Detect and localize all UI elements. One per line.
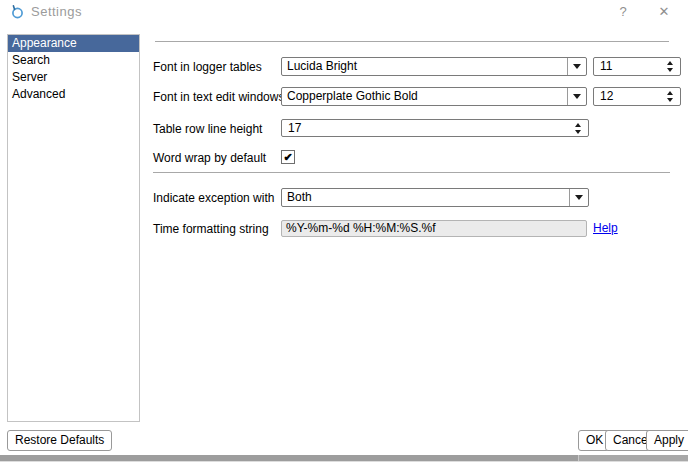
checkmark-icon: ✔ xyxy=(283,151,292,163)
font-logger-combo-value: Lucida Bright xyxy=(287,59,357,73)
time-format-help-link[interactable]: Help xyxy=(593,221,618,235)
row-height-stepper[interactable]: 17 xyxy=(281,119,589,137)
font-editor-label: Font in text edit windows xyxy=(153,90,284,104)
time-format-label: Time formatting string xyxy=(153,222,269,236)
font-editor-combo-value: Copperplate Gothic Bold xyxy=(287,89,418,103)
font-logger-label: Font in logger tables xyxy=(153,60,262,74)
spinner-arrows-icon[interactable] xyxy=(667,58,673,75)
exception-combo-value: Both xyxy=(287,190,312,204)
font-editor-size-stepper[interactable]: 12 xyxy=(593,87,681,106)
chevron-down-icon[interactable] xyxy=(567,88,586,105)
sidebar-item-appearance[interactable]: Appearance xyxy=(8,35,139,52)
settings-dialog: Settings ? ✕ Appearance Search Server Ad… xyxy=(0,0,688,462)
font-editor-combo[interactable]: Copperplate Gothic Bold xyxy=(281,87,587,106)
chevron-down-icon[interactable] xyxy=(567,58,586,75)
window-title: Settings xyxy=(31,4,82,19)
spinner-arrows-icon[interactable] xyxy=(667,88,673,105)
category-list: Appearance Search Server Advanced xyxy=(7,34,140,422)
font-logger-size-stepper[interactable]: 11 xyxy=(593,57,681,76)
help-icon[interactable]: ? xyxy=(612,2,634,22)
chevron-down-icon[interactable] xyxy=(569,189,588,206)
row-height-label: Table row line height xyxy=(153,122,262,136)
spinner-arrows-icon[interactable] xyxy=(575,120,581,136)
apply-button[interactable]: Apply xyxy=(646,430,688,451)
close-icon[interactable]: ✕ xyxy=(652,2,676,22)
sidebar-item-advanced[interactable]: Advanced xyxy=(8,86,139,103)
sidebar-item-server[interactable]: Server xyxy=(8,69,139,86)
exception-combo[interactable]: Both xyxy=(281,188,589,207)
top-separator xyxy=(155,41,669,42)
font-logger-size-value: 11 xyxy=(600,59,612,73)
sidebar-item-search[interactable]: Search xyxy=(8,52,139,69)
font-editor-size-value: 12 xyxy=(600,89,613,103)
time-format-field[interactable]: %Y-%m-%d %H:%M:%S.%f xyxy=(281,220,587,237)
font-logger-combo[interactable]: Lucida Bright xyxy=(281,57,587,76)
word-wrap-label: Word wrap by default xyxy=(153,151,266,165)
app-logo-icon xyxy=(10,4,25,20)
restore-defaults-button[interactable]: Restore Defaults xyxy=(7,430,112,451)
row-height-value: 17 xyxy=(288,121,301,135)
word-wrap-checkbox[interactable]: ✔ xyxy=(281,150,295,164)
exception-label: Indicate exception with xyxy=(153,191,274,205)
middle-separator xyxy=(153,172,670,173)
